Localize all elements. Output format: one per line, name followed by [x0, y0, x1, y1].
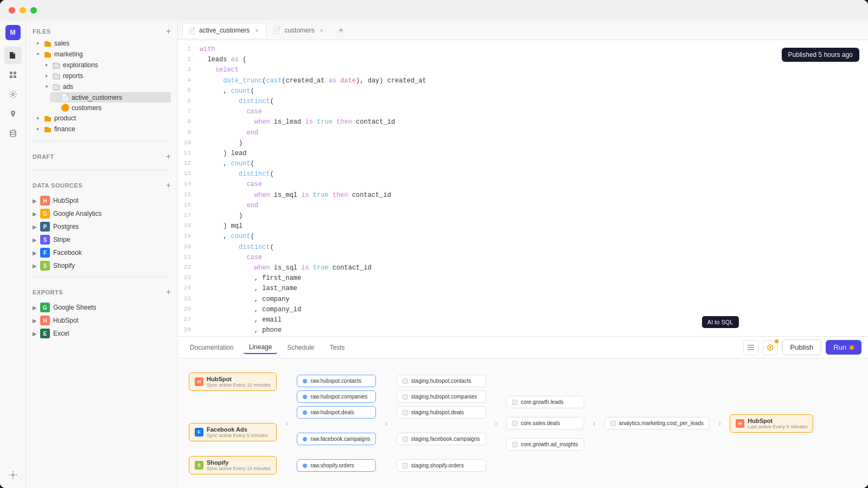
lineage-raw-deals[interactable]: raw.hubspot.deals	[297, 406, 376, 419]
avatar[interactable]: M	[5, 25, 21, 40]
sidebar-item-reports[interactable]: reports	[41, 70, 171, 81]
code-line-20: 20 distinct(	[178, 242, 868, 253]
shopify-src-label: Shopify	[207, 459, 271, 466]
lineage-raw-contacts[interactable]: raw.hubspot.contacts	[297, 375, 376, 387]
code-line-6: 6 distinct(	[178, 97, 868, 107]
ds-item-shopify[interactable]: ▶ S Shopify	[26, 259, 177, 272]
lineage-core-leads[interactable]: core.growth.leads	[506, 396, 584, 408]
ds-item-google-analytics[interactable]: ▶ G Google Analytics	[26, 207, 177, 220]
grid-icon[interactable]	[4, 66, 22, 84]
close-button[interactable]	[9, 7, 15, 14]
data-sources-add-button[interactable]: +	[166, 181, 171, 190]
draft-add-button[interactable]: +	[166, 152, 171, 161]
final-hubspot-sub: Last active Every 5 minutes	[748, 424, 807, 429]
sidebar-item-product[interactable]: product	[33, 113, 171, 124]
export-item-google-sheets[interactable]: ▶ G Google Sheets	[26, 301, 177, 314]
stg-deals-label: staging.hubspot.deals	[411, 409, 464, 415]
reports-folder-label: reports	[63, 72, 83, 80]
tab-schedule[interactable]: Schedule	[282, 342, 320, 354]
tab-lineage[interactable]: Lineage	[244, 341, 278, 354]
lineage-raw-shopify[interactable]: raw.shopify.orders	[297, 459, 376, 472]
tab-customers-close[interactable]: ×	[318, 27, 326, 34]
sidebar-item-ads[interactable]: ads	[41, 81, 171, 92]
tab-bar: 📄 active_customers × 📄 customers × +	[178, 21, 868, 40]
ads-folder-label: ads	[63, 83, 73, 91]
tab-documentation[interactable]: Documentation	[184, 342, 239, 354]
facebook-src-sub: Sync active Every 5 minutes	[207, 433, 268, 438]
svg-rect-5	[14, 75, 16, 78]
sidebar-item-finance[interactable]: finance	[33, 124, 171, 134]
sidebar-item-customers-file[interactable]: 🟠 customers	[50, 102, 171, 113]
marketing-folder-label: marketing	[54, 50, 83, 58]
code-line-9: 9 end	[178, 128, 868, 138]
active-customers-file-label: active_customers	[72, 94, 122, 101]
settings-icon[interactable]	[4, 86, 22, 103]
sidebar-item-sales[interactable]: sales	[33, 38, 171, 49]
tab-customers[interactable]: 📄 customers ×	[267, 23, 331, 38]
tab-tests[interactable]: Tests	[324, 342, 350, 354]
arrow-2: ›	[382, 419, 390, 428]
lineage-stg-contacts[interactable]: staging.hubspot.contacts	[397, 375, 486, 387]
lineage-node-shopify-src[interactable]: S Shopify Sync active Every 15 minutes	[189, 456, 277, 474]
svg-rect-0	[11, 55, 14, 55]
explorations-folder-label: explorations	[63, 61, 98, 69]
sidebar-item-marketing[interactable]: marketing	[33, 49, 171, 60]
code-line-5: 5 , count(	[178, 86, 868, 97]
lineage-raw-companies[interactable]: raw.hubspot.companies	[297, 390, 376, 403]
lineage-stg-deals[interactable]: staging.hubspot.deals	[397, 406, 486, 419]
data-sources-title: DATA SOURCES	[33, 182, 82, 189]
tab-active-customers[interactable]: 📄 active_customers ×	[182, 23, 266, 38]
ds-item-postgres[interactable]: ▶ P Postgres	[26, 220, 177, 233]
exports-add-button[interactable]: +	[166, 288, 171, 297]
publish-button[interactable]: Publish	[782, 339, 822, 355]
raw-shopify-label: raw.shopify.orders	[310, 463, 354, 468]
ai-sql-icon-button[interactable]	[763, 340, 778, 355]
lineage-core-deals[interactable]: core.sales.deals	[506, 417, 584, 429]
new-tab-button[interactable]: +	[335, 24, 348, 37]
sidebar-item-active-customers[interactable]: 📄 active_customers	[50, 92, 171, 102]
facebook-src-label: Facebook Ads	[207, 426, 268, 433]
sidebar: FILES + sales marketing	[26, 21, 178, 488]
files-icon[interactable]	[4, 47, 22, 64]
files-add-button[interactable]: +	[166, 27, 171, 36]
ds-item-hubspot[interactable]: ▶ H HubSpot	[26, 194, 177, 207]
lineage-node-facebook-src[interactable]: F Facebook Ads Sync active Every 5 minut…	[189, 423, 277, 441]
lineage-analytics-cpa[interactable]: analytics.marketing.cost_per_leads	[604, 417, 710, 429]
settings2-icon[interactable]	[4, 466, 22, 484]
svg-rect-1	[11, 56, 14, 56]
tab-active-customers-close[interactable]: ×	[253, 27, 260, 34]
lineage-node-hubspot-src[interactable]: H HubSpot Sync active Every 10 minutes	[189, 373, 277, 391]
export-item-hubspot[interactable]: ▶ H HubSpot	[26, 314, 177, 327]
run-button[interactable]: Run	[826, 340, 861, 355]
code-line-14: 14 case	[178, 179, 868, 190]
sidebar-item-explorations[interactable]: explorations	[41, 60, 171, 70]
code-line-7: 7 case	[178, 107, 868, 117]
ds-google-analytics-label: Google Analytics	[53, 210, 101, 217]
code-line-25: 25 , company	[178, 294, 868, 305]
svg-rect-4	[10, 75, 12, 78]
export-item-excel[interactable]: ▶ E Excel	[26, 327, 177, 340]
code-line-4: 4 date_trunc(cast(created_at as date), d…	[178, 76, 868, 86]
finance-folder-label: finance	[54, 125, 75, 133]
list-icon-button[interactable]	[743, 340, 758, 355]
lineage-final-hubspot[interactable]: H HubSpot Last active Every 5 minutes	[730, 414, 813, 433]
window-frame: M FILES	[0, 0, 868, 488]
lineage-raw-campaigns[interactable]: raw.facebook.campaigns	[297, 433, 376, 445]
minimize-button[interactable]	[20, 7, 26, 14]
database-icon[interactable]	[4, 125, 22, 142]
lineage-stg-companies[interactable]: staging.hubspot.companies	[397, 390, 486, 403]
shopify-src-sub: Sync active Every 15 minutes	[207, 466, 271, 471]
lineage-stg-campaigns[interactable]: staging.facebook.campaigns	[397, 433, 486, 445]
ds-item-stripe[interactable]: ▶ S Stripe	[26, 233, 177, 246]
location-icon[interactable]	[4, 105, 22, 123]
lineage-panel: H HubSpot Sync active Every 10 minutes F…	[178, 358, 868, 488]
svg-rect-2	[10, 72, 12, 74]
code-line-12: 12 , count(	[178, 159, 868, 169]
lineage-core-ad-insights[interactable]: core.growth.ad_insights	[506, 438, 584, 451]
lineage-stg-shopify[interactable]: staging.shopify.orders	[397, 459, 486, 472]
draft-section-title: DRAFT	[33, 153, 54, 160]
ds-item-facebook[interactable]: ▶ F Facebook	[26, 246, 177, 259]
maximize-button[interactable]	[30, 7, 37, 14]
run-status-dot	[850, 345, 854, 350]
code-editor[interactable]: 1 with 2 leads as ( 3 select 4 date_trun…	[178, 40, 868, 336]
